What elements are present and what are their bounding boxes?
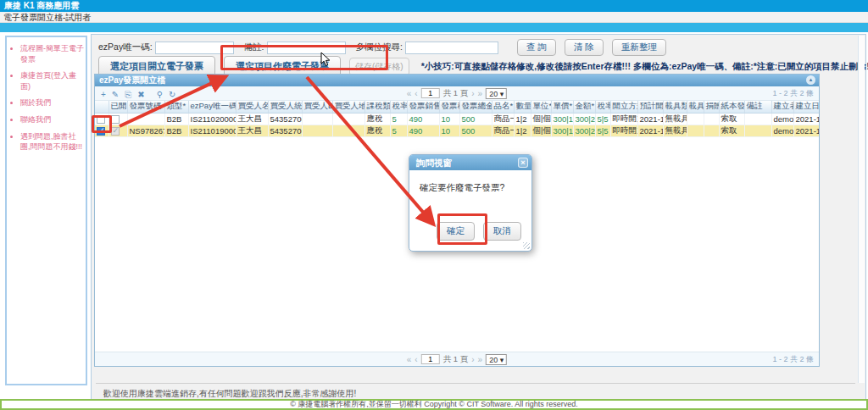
cell[interactable]: 2021-10-19 <box>637 125 663 136</box>
cell[interactable]: 商品一 <box>492 125 514 136</box>
sidebar-item-0[interactable]: 流程圖-簡單王電子發票 <box>20 43 84 64</box>
collapse-panel-icon[interactable]: ▲ <box>806 75 815 85</box>
ok-button[interactable]: 確定 <box>437 222 475 241</box>
cell[interactable]: 1|2 <box>514 113 531 125</box>
cell[interactable]: 490 <box>407 113 439 125</box>
cell[interactable]: 5 <box>390 113 407 125</box>
scrollbar-track[interactable] <box>858 36 865 383</box>
edit-icon[interactable]: ✎ <box>112 90 119 99</box>
column-header[interactable]: 品名* <box>492 101 514 113</box>
cell[interactable]: 5|5 <box>595 113 610 125</box>
column-header[interactable]: 買受人統( <box>268 101 302 113</box>
cell[interactable] <box>302 125 332 136</box>
column-header[interactable]: 課稅類別 <box>364 101 390 113</box>
column-header[interactable]: 發票號碼 <box>127 101 164 113</box>
cell[interactable]: 2021-10-19 <box>793 125 820 136</box>
cell[interactable]: IS2110190002 <box>188 125 236 136</box>
column-header[interactable]: ezPay唯一碼* <box>188 101 236 113</box>
cell[interactable]: 300|200 <box>573 125 595 136</box>
cell[interactable]: demo <box>771 113 793 125</box>
cell[interactable]: 10 <box>439 113 459 125</box>
resize-handle[interactable] <box>523 242 530 249</box>
cell[interactable] <box>704 125 719 136</box>
cell[interactable] <box>127 113 164 125</box>
column-header[interactable]: 載具號 <box>687 101 704 113</box>
column-header[interactable]: 發票稅( <box>439 101 459 113</box>
cell[interactable]: 54352706 <box>268 113 302 125</box>
cell[interactable]: 個|個 <box>531 125 551 136</box>
cell[interactable] <box>687 113 704 125</box>
cell[interactable]: IS2110200001 <box>188 113 236 125</box>
cell[interactable]: 應稅 <box>364 113 390 125</box>
column-header[interactable]: 買受人名( <box>236 101 268 113</box>
cell[interactable]: demo <box>771 125 793 136</box>
column-header[interactable]: 金額* <box>573 101 595 113</box>
column-header[interactable]: 已開 <box>108 101 127 113</box>
cell[interactable]: 300|100 <box>551 113 573 125</box>
page-number-input[interactable] <box>421 88 440 98</box>
cell[interactable] <box>744 125 771 136</box>
memo-input[interactable] <box>267 42 346 54</box>
next-page-icon[interactable]: › <box>471 355 474 364</box>
cell[interactable] <box>332 113 364 125</box>
add-icon[interactable]: + <box>101 90 106 99</box>
column-header[interactable]: 單位* <box>531 101 551 113</box>
cell[interactable]: 500 <box>459 125 492 136</box>
clear-button[interactable]: 清 除 <box>565 39 604 56</box>
cell[interactable]: 490 <box>407 125 439 136</box>
next-page-icon[interactable]: › <box>471 89 474 98</box>
cell[interactable]: 索取 <box>719 113 744 125</box>
table-row[interactable]: B2BIS2110200001王大昌54352706應稅549010500商品一… <box>95 113 820 125</box>
page-size-select[interactable]: 20 ▾ <box>486 88 507 99</box>
cell[interactable]: 商品一 <box>492 113 514 125</box>
cell[interactable] <box>302 113 332 125</box>
column-header[interactable]: 開立方式 <box>610 101 637 113</box>
page-number-input[interactable] <box>421 354 440 364</box>
sidebar-item-3[interactable]: 聯絡我們 <box>20 114 84 125</box>
cell[interactable]: 王大昌 <box>236 125 268 136</box>
refresh-icon[interactable]: ↻ <box>169 90 175 99</box>
page-size-select[interactable]: 20 ▾ <box>486 354 507 365</box>
cell[interactable]: B2B <box>164 113 188 125</box>
cell[interactable]: 2021-10-20 <box>637 113 663 125</box>
cell[interactable]: 5|5 <box>595 125 610 136</box>
prev-page-icon[interactable]: ‹ <box>415 89 417 98</box>
cell[interactable]: 無載具 <box>663 113 687 125</box>
cell[interactable]: 即時開立發票 <box>610 125 637 136</box>
column-header[interactable]: 發票總金額( <box>459 101 492 113</box>
cell[interactable]: 即時開立發票 <box>610 113 637 125</box>
sidebar-item-2[interactable]: 關於我們 <box>20 97 84 108</box>
copy-icon[interactable]: ⎘ <box>125 90 131 99</box>
search-icon[interactable]: ⚲ <box>157 90 163 99</box>
column-header[interactable]: 稅率( <box>595 101 610 113</box>
cell[interactable]: 300|100 <box>551 125 573 136</box>
column-header[interactable]: 類型* <box>164 101 188 113</box>
cell[interactable] <box>704 113 719 125</box>
refresh-button[interactable]: 重新整理 <box>612 39 666 56</box>
query-button[interactable]: 查 詢 <box>517 39 556 56</box>
cell[interactable]: 王大昌 <box>236 113 268 125</box>
prev-page-icon[interactable]: ‹ <box>415 355 417 364</box>
column-header[interactable]: 發票銷售額( <box>407 101 439 113</box>
ezpay-input[interactable] <box>155 42 234 54</box>
column-header[interactable]: 數量* <box>514 101 531 113</box>
column-header[interactable]: 載具類別 <box>663 101 687 113</box>
cell[interactable]: 2021-10-20 <box>793 113 820 125</box>
column-header[interactable]: 建立者 <box>771 101 793 113</box>
column-header[interactable]: 單價* <box>551 101 573 113</box>
cell[interactable] <box>687 125 704 136</box>
row-select-checkbox[interactable] <box>97 127 105 136</box>
column-header[interactable]: 買受人E-Ma <box>302 101 332 113</box>
table-row[interactable]: NS97826767B2BIS2110190002王大昌54352706應稅54… <box>95 125 820 136</box>
column-header[interactable]: 捐贈碼 <box>704 101 719 113</box>
close-icon[interactable]: × <box>518 158 528 168</box>
row-select-checkbox[interactable] <box>97 115 105 124</box>
cell[interactable]: 個|個 <box>531 113 551 125</box>
cell[interactable]: NS97826767 <box>127 125 164 136</box>
cell[interactable]: 500 <box>459 113 492 125</box>
column-header[interactable]: 備註 <box>744 101 771 113</box>
delete-icon[interactable]: ✖ <box>137 90 144 99</box>
column-header[interactable]: 紙本發票 <box>719 101 744 113</box>
cell[interactable]: 索取 <box>719 125 744 136</box>
column-header[interactable]: 買受人地址 <box>332 101 364 113</box>
